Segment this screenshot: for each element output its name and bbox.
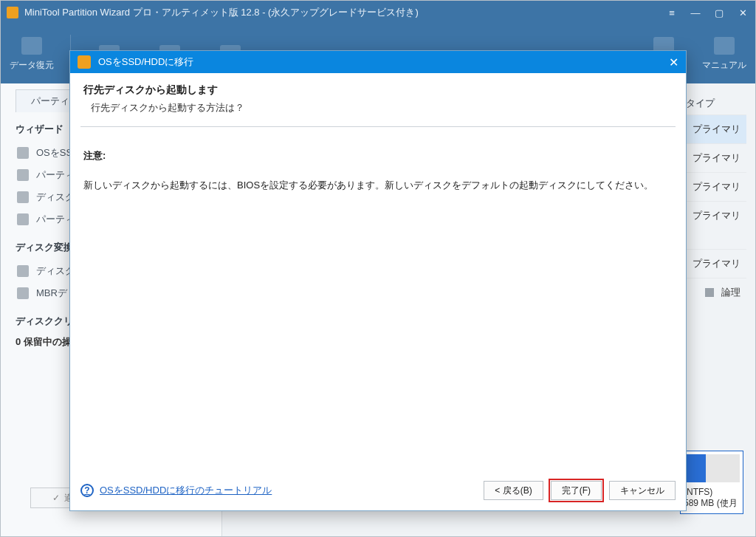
recover-icon bbox=[21, 37, 42, 55]
dialog-footer: ? OSをSSD/HDDに移行のチュートリアル < 戻る(B) 完了(F) キャ… bbox=[70, 473, 686, 510]
dialog-close-button[interactable]: ✕ bbox=[669, 55, 678, 69]
note-text: 新しいディスクから起動するには、BIOSを設定する必要があります。新しいディスク… bbox=[83, 179, 673, 192]
dialog-icon bbox=[78, 55, 91, 69]
disk-icon bbox=[17, 191, 29, 203]
finish-button[interactable]: 完了(F) bbox=[551, 481, 602, 500]
dialog-subheading: 行先ディスクから起動する方法は？ bbox=[83, 101, 673, 114]
column-header-type: タイプ bbox=[680, 92, 746, 114]
dialog-head: 行先ディスクから起動します 行先ディスクから起動する方法は？ bbox=[70, 73, 686, 123]
dialog-title: OSをSSD/HDDに移行 bbox=[98, 55, 669, 69]
partition-mini[interactable]: (NTFS) 589 MB (使月 bbox=[680, 451, 743, 514]
window-controls: ≡ — ▢ ✕ bbox=[665, 6, 749, 19]
note-heading: 注意: bbox=[83, 149, 673, 163]
migrate-icon bbox=[17, 147, 29, 159]
info-icon: ? bbox=[80, 484, 94, 497]
disk-icon bbox=[17, 265, 29, 277]
minimize-button[interactable]: — bbox=[689, 6, 702, 19]
tutorial-link[interactable]: ? OSをSSD/HDDに移行のチュートリアル bbox=[80, 484, 272, 497]
dialog-heading: 行先ディスクから起動します bbox=[83, 83, 673, 97]
mbr-icon bbox=[17, 287, 29, 299]
type-icon bbox=[705, 288, 714, 297]
partition-icon bbox=[17, 169, 29, 181]
app-title: MiniTool Partition Wizard プロ・アルティメット版 12… bbox=[24, 6, 665, 19]
maximize-button[interactable]: ▢ bbox=[712, 6, 726, 19]
close-button[interactable]: ✕ bbox=[736, 6, 749, 19]
back-button[interactable]: < 戻る(B) bbox=[484, 481, 543, 500]
manual-icon bbox=[714, 37, 735, 55]
titlebar: MiniTool Partition Wizard プロ・アルティメット版 12… bbox=[1, 1, 755, 24]
migrate-dialog: OSをSSD/HDDに移行 ✕ 行先ディスクから起動します 行先ディスクから起動… bbox=[69, 50, 687, 511]
app-icon bbox=[7, 7, 18, 18]
dialog-titlebar: OSをSSD/HDDに移行 ✕ bbox=[70, 51, 686, 73]
partition-size: 589 MB (使月 bbox=[684, 497, 740, 510]
partition-icon bbox=[17, 213, 29, 225]
dialog-body: 注意: 新しいディスクから起動するには、BIOSを設定する必要があります。新しい… bbox=[70, 127, 686, 473]
cancel-button[interactable]: キャンセル bbox=[609, 481, 676, 500]
toolbar-item-recover[interactable]: データ復元 bbox=[5, 33, 58, 76]
toolbar-item-manual[interactable]: マニュアル bbox=[698, 33, 751, 76]
partition-fs: (NTFS) bbox=[684, 487, 740, 497]
check-icon: ✓ bbox=[52, 493, 60, 503]
menu-icon[interactable]: ≡ bbox=[665, 6, 678, 19]
partition-usage-bar bbox=[684, 454, 740, 482]
